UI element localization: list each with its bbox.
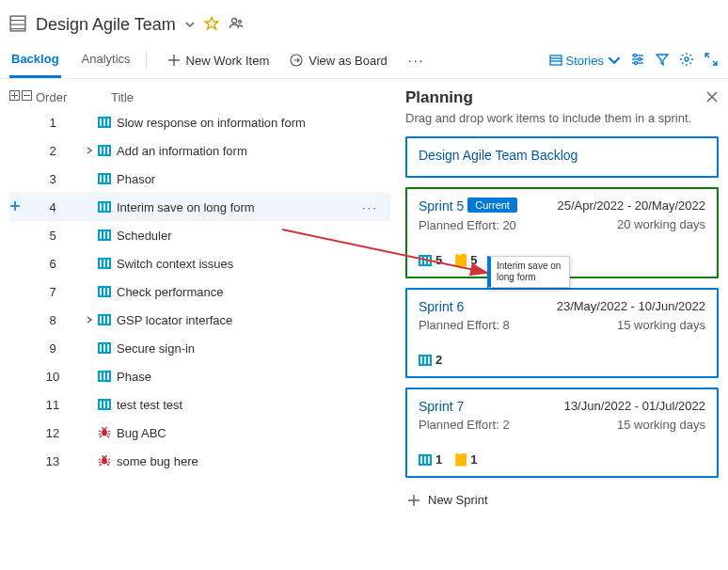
sprint-days: 15 working days bbox=[617, 318, 705, 332]
add-child-icon[interactable] bbox=[9, 200, 21, 214]
svg-point-5 bbox=[238, 21, 241, 24]
new-sprint-button[interactable]: New Sprint bbox=[405, 487, 719, 513]
drag-ghost: Interim save on long form bbox=[487, 256, 570, 288]
sprint-card[interactable]: Sprint 623/May/2022 - 10/Jun/2022Planned… bbox=[405, 288, 719, 378]
feature-count: 5 bbox=[455, 253, 477, 267]
backlog-level-picker[interactable]: Stories bbox=[549, 54, 621, 68]
row-order: 10 bbox=[36, 370, 83, 384]
svg-point-25 bbox=[103, 456, 106, 459]
options-icon[interactable] bbox=[630, 52, 645, 70]
planning-subtitle: Drag and drop work items to include them… bbox=[405, 111, 719, 125]
backlog-row[interactable]: 10Phase··· bbox=[9, 362, 390, 390]
work-item-title[interactable]: Check performance bbox=[113, 285, 362, 299]
pbi-icon bbox=[96, 173, 113, 184]
board-icon bbox=[9, 15, 26, 35]
pbi-icon bbox=[96, 201, 113, 213]
divider bbox=[146, 51, 147, 70]
pbi-icon bbox=[96, 342, 113, 354]
planning-panel: Planning Drag and drop work items to inc… bbox=[390, 79, 728, 555]
stories-label: Stories bbox=[566, 54, 604, 68]
work-item-title[interactable]: Secure sign-in bbox=[113, 341, 362, 356]
tab-backlog[interactable]: Backlog bbox=[9, 42, 61, 78]
page-title[interactable]: Design Agile Team bbox=[36, 15, 176, 35]
row-order: 11 bbox=[36, 398, 83, 412]
svg-point-13 bbox=[634, 54, 637, 56]
team-picker-chevron[interactable] bbox=[185, 18, 195, 32]
expand-chevron-icon[interactable] bbox=[83, 147, 96, 154]
row-order: 8 bbox=[36, 313, 83, 327]
tabs: Backlog Analytics bbox=[9, 42, 133, 78]
work-item-title[interactable]: Switch context issues bbox=[113, 257, 362, 271]
current-badge: Current bbox=[467, 198, 517, 213]
svg-point-16 bbox=[685, 57, 688, 61]
filter-icon[interactable] bbox=[655, 52, 670, 70]
svg-rect-7 bbox=[550, 55, 562, 65]
pbi-count: 2 bbox=[419, 353, 442, 367]
row-order: 2 bbox=[36, 144, 83, 158]
page-header: Design Agile Team bbox=[0, 0, 728, 42]
svg-point-15 bbox=[635, 61, 638, 64]
pbi-icon bbox=[96, 314, 113, 325]
pbi-icon bbox=[96, 286, 113, 297]
view-as-board-button[interactable]: View as Board bbox=[282, 48, 395, 73]
sprint-card[interactable]: Sprint 713/Jun/2022 - 01/Jul/2022Planned… bbox=[405, 388, 719, 478]
backlog-row[interactable]: 7Check performance··· bbox=[9, 277, 390, 306]
pbi-icon bbox=[96, 399, 113, 410]
expand-collapse-all[interactable] bbox=[9, 90, 36, 104]
expand-chevron-icon[interactable] bbox=[83, 316, 96, 324]
row-order: 3 bbox=[36, 172, 83, 186]
work-item-title[interactable]: some bug here bbox=[113, 454, 362, 468]
work-item-title[interactable]: Scheduler bbox=[113, 229, 362, 243]
backlog-row[interactable]: 11test test test··· bbox=[9, 390, 390, 419]
table-header: Order Title bbox=[9, 87, 390, 108]
work-item-title[interactable]: Interim save on long form bbox=[113, 200, 362, 214]
pbi-icon bbox=[96, 117, 113, 128]
work-item-title[interactable]: Phasor bbox=[113, 172, 362, 186]
work-item-title[interactable]: test test test bbox=[113, 398, 362, 412]
favorite-star-icon[interactable] bbox=[204, 16, 219, 34]
new-sprint-label: New Sprint bbox=[428, 493, 488, 507]
pbi-icon bbox=[96, 371, 113, 382]
row-order: 5 bbox=[36, 229, 83, 243]
backlog-row[interactable]: 6Switch context issues··· bbox=[9, 249, 390, 277]
backlog-row[interactable]: 9Secure sign-in··· bbox=[9, 334, 390, 362]
backlog-row[interactable]: 3Phasor··· bbox=[9, 165, 390, 193]
new-work-item-button[interactable]: New Work Item bbox=[160, 48, 277, 73]
svg-point-4 bbox=[231, 19, 236, 24]
backlog-row[interactable]: 2Add an information form··· bbox=[9, 136, 390, 165]
column-order[interactable]: Order bbox=[36, 90, 83, 104]
more-commands-button[interactable]: ··· bbox=[401, 47, 433, 73]
work-item-title[interactable]: GSP locator interface bbox=[113, 313, 362, 327]
sprint-days: 15 working days bbox=[617, 418, 705, 432]
row-order: 13 bbox=[36, 454, 83, 468]
work-item-title[interactable]: Bug ABC bbox=[113, 426, 362, 440]
feature-count: 1 bbox=[455, 452, 477, 467]
backlog-row[interactable]: 12Bug ABC··· bbox=[9, 419, 390, 447]
sprint-dates: 25/Apr/2022 - 20/May/2022 bbox=[557, 198, 705, 213]
view-as-board-label: View as Board bbox=[309, 54, 388, 68]
backlog-row[interactable]: 5Scheduler··· bbox=[9, 221, 390, 249]
fullscreen-icon[interactable] bbox=[704, 52, 719, 70]
row-order: 12 bbox=[36, 426, 83, 440]
tab-bar: Backlog Analytics New Work Item View as … bbox=[0, 42, 728, 79]
backlog-row[interactable]: 13some bug here··· bbox=[9, 447, 390, 475]
work-item-title[interactable]: Phase bbox=[113, 370, 362, 384]
row-order: 1 bbox=[36, 116, 83, 130]
row-order: 6 bbox=[36, 257, 83, 271]
settings-gear-icon[interactable] bbox=[679, 52, 694, 70]
work-item-title[interactable]: Add an information form bbox=[113, 144, 362, 158]
tab-analytics[interactable]: Analytics bbox=[80, 42, 133, 78]
close-icon[interactable] bbox=[705, 90, 719, 106]
bug-icon bbox=[96, 425, 113, 441]
backlog-card[interactable]: Design Agile Team Backlog bbox=[405, 136, 719, 178]
row-order: 9 bbox=[36, 341, 83, 356]
backlog-row[interactable]: 4Interim save on long form··· bbox=[9, 193, 390, 221]
content-area: Order Title 1Slow response on informatio… bbox=[0, 79, 728, 555]
backlog-row[interactable]: 1Slow response on information form··· bbox=[9, 108, 390, 136]
work-item-title[interactable]: Slow response on information form bbox=[113, 116, 362, 130]
column-title[interactable]: Title bbox=[83, 90, 390, 104]
row-order: 7 bbox=[36, 285, 83, 299]
backlog-row[interactable]: 8GSP locator interface··· bbox=[9, 306, 390, 334]
row-more-button[interactable]: ··· bbox=[362, 200, 390, 214]
team-members-icon[interactable] bbox=[229, 16, 244, 34]
